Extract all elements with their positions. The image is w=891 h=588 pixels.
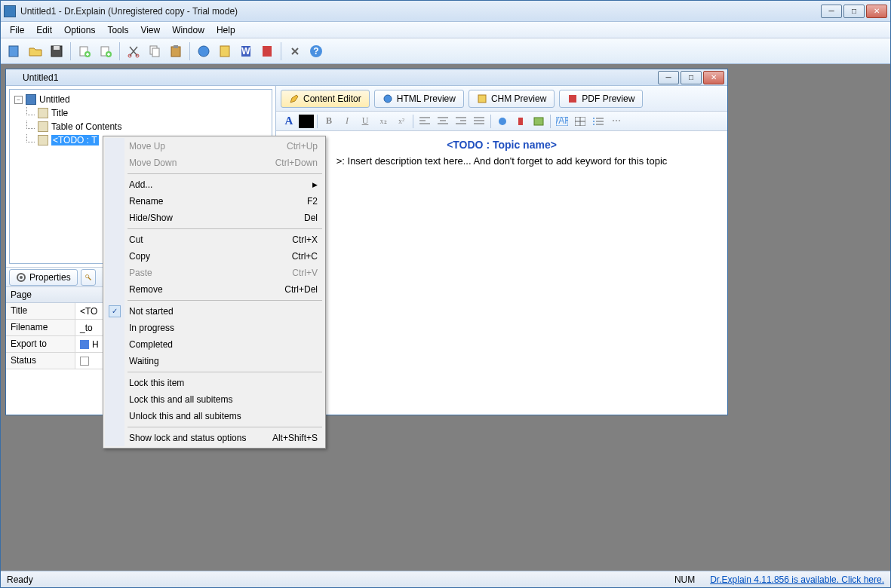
page-icon xyxy=(38,135,48,145)
menu-options[interactable]: Options xyxy=(58,23,101,37)
menu-file[interactable]: File xyxy=(4,23,30,37)
add-item-button[interactable] xyxy=(97,42,115,60)
context-menu-item[interactable]: RenameF2 xyxy=(105,193,324,210)
svg-rect-24 xyxy=(478,95,486,103)
svg-point-21 xyxy=(20,276,23,279)
close-button[interactable]: ✕ xyxy=(866,5,887,18)
context-menu-label: Not started xyxy=(129,306,174,317)
chm-icon xyxy=(477,93,487,104)
tree-root-label: Untitled xyxy=(39,94,70,105)
properties-tab[interactable]: Properties xyxy=(9,269,78,286)
status-num: NUM xyxy=(674,574,695,585)
svg-rect-12 xyxy=(174,45,178,48)
save-button[interactable] xyxy=(48,42,66,60)
tab-chm-preview[interactable]: CHM Preview xyxy=(469,90,555,108)
link-button[interactable] xyxy=(494,114,511,129)
document-title: Untitled1 xyxy=(23,72,658,83)
context-menu-item[interactable]: Add...▶ xyxy=(105,176,324,193)
menu-help[interactable]: Help xyxy=(210,23,241,37)
editor-title[interactable]: <TODO : Topic name> xyxy=(284,139,720,151)
minimize-button[interactable]: ─ xyxy=(821,5,842,18)
view-tabs: Content Editor HTML Preview CHM Preview xyxy=(276,86,727,112)
tree-root[interactable]: − Untitled xyxy=(13,93,269,106)
subscript-button[interactable]: x₂ xyxy=(375,114,392,129)
image-button[interactable] xyxy=(530,114,547,129)
cut-button[interactable] xyxy=(124,42,143,60)
table-button[interactable] xyxy=(572,114,588,129)
doc-minimize-button[interactable]: ─ xyxy=(658,71,679,84)
open-button[interactable] xyxy=(26,42,45,60)
superscript-button[interactable]: x² xyxy=(393,114,410,129)
context-menu-label: Hide/Show xyxy=(129,213,173,223)
context-menu-item[interactable]: CutCtrl+X xyxy=(105,231,324,248)
anchor-button[interactable] xyxy=(512,114,529,129)
context-menu-label: Unlock this and all subitems xyxy=(129,411,241,421)
editor-body[interactable]: >: Insert description text here... And d… xyxy=(284,155,720,167)
expander-icon[interactable]: − xyxy=(14,96,23,104)
paste-button[interactable] xyxy=(167,42,185,60)
underline-button[interactable]: U xyxy=(357,114,373,129)
font-color-button[interactable]: A xyxy=(281,114,297,129)
copy-button[interactable] xyxy=(146,42,164,60)
context-menu-shortcut: Ctrl+V xyxy=(292,268,318,278)
propgrid-label: Status xyxy=(6,353,75,369)
export-html-button[interactable] xyxy=(195,42,213,60)
menu-edit[interactable]: Edit xyxy=(30,23,58,37)
context-menu-label: Waiting xyxy=(129,356,159,366)
settings-button[interactable] xyxy=(286,42,304,60)
context-menu-item[interactable]: CopyCtrl+C xyxy=(105,248,324,265)
maximize-button[interactable]: □ xyxy=(843,5,865,18)
tab-label: HTML Preview xyxy=(397,93,456,104)
bg-color-button[interactable] xyxy=(299,115,314,128)
checkbox-icon[interactable] xyxy=(80,357,89,366)
menu-window[interactable]: Window xyxy=(166,23,210,37)
context-menu-item[interactable]: In progress xyxy=(105,320,324,336)
context-menu-shortcut: Del xyxy=(304,213,318,223)
context-menu-shortcut: Ctrl+Del xyxy=(284,284,318,295)
tree-item[interactable]: Title xyxy=(13,106,269,120)
list-button[interactable] xyxy=(590,114,607,129)
context-menu-shortcut: F2 xyxy=(307,196,318,207)
export-chm-button[interactable] xyxy=(216,42,234,60)
context-menu-item[interactable]: Lock this and all subitems xyxy=(105,391,324,408)
export-pdf-button[interactable] xyxy=(258,42,276,60)
svg-point-32 xyxy=(593,118,595,119)
document-titlebar: Untitled1 ─ □ ✕ xyxy=(6,69,727,86)
svg-rect-28 xyxy=(534,118,543,125)
new-button[interactable] xyxy=(5,42,23,60)
variable-button[interactable]: VAR xyxy=(554,114,570,129)
align-justify-button[interactable] xyxy=(471,114,487,129)
menu-view[interactable]: View xyxy=(134,23,166,37)
tab-pdf-preview[interactable]: PDF Preview xyxy=(559,90,643,108)
italic-button[interactable]: I xyxy=(339,114,355,129)
context-menu-item[interactable]: Lock this item xyxy=(105,375,324,391)
doc-close-button[interactable]: ✕ xyxy=(703,71,724,84)
context-menu-item[interactable]: Waiting xyxy=(105,353,324,369)
menu-tools[interactable]: Tools xyxy=(101,23,134,37)
app-icon xyxy=(4,5,16,17)
context-menu-label: In progress xyxy=(129,323,174,333)
right-pane: Content Editor HTML Preview CHM Preview xyxy=(276,86,727,415)
doc-restore-button[interactable]: □ xyxy=(681,71,702,84)
context-menu-item[interactable]: Unlock this and all subitems xyxy=(105,408,324,424)
add-topic-button[interactable] xyxy=(75,42,94,60)
status-update-link[interactable]: Dr.Explain 4.11.856 is available. Click … xyxy=(710,574,884,585)
context-menu-item[interactable]: Hide/ShowDel xyxy=(105,210,324,226)
editor-area[interactable]: <TODO : Topic name> >: Insert descriptio… xyxy=(276,131,727,415)
align-left-button[interactable] xyxy=(416,114,433,129)
context-menu-item[interactable]: RemoveCtrl+Del xyxy=(105,281,324,298)
align-center-button[interactable] xyxy=(435,114,451,129)
keywords-tab[interactable] xyxy=(81,269,96,286)
export-word-button[interactable]: W xyxy=(237,42,255,60)
more-button[interactable]: ⋯ xyxy=(608,114,625,129)
tab-html-preview[interactable]: HTML Preview xyxy=(374,90,464,108)
bold-button[interactable]: B xyxy=(321,114,337,129)
context-menu-item[interactable]: ✓Not started xyxy=(105,303,324,320)
align-right-button[interactable] xyxy=(453,114,469,129)
context-menu-item[interactable]: Completed xyxy=(105,336,324,353)
tab-content-editor[interactable]: Content Editor xyxy=(281,90,370,108)
tree-item[interactable]: Table of Contents xyxy=(13,120,269,133)
help-button[interactable]: ? xyxy=(307,42,325,60)
context-menu-item[interactable]: Show lock and status optionsAlt+Shift+S xyxy=(105,430,324,446)
context-menu-label: Cut xyxy=(129,234,143,245)
